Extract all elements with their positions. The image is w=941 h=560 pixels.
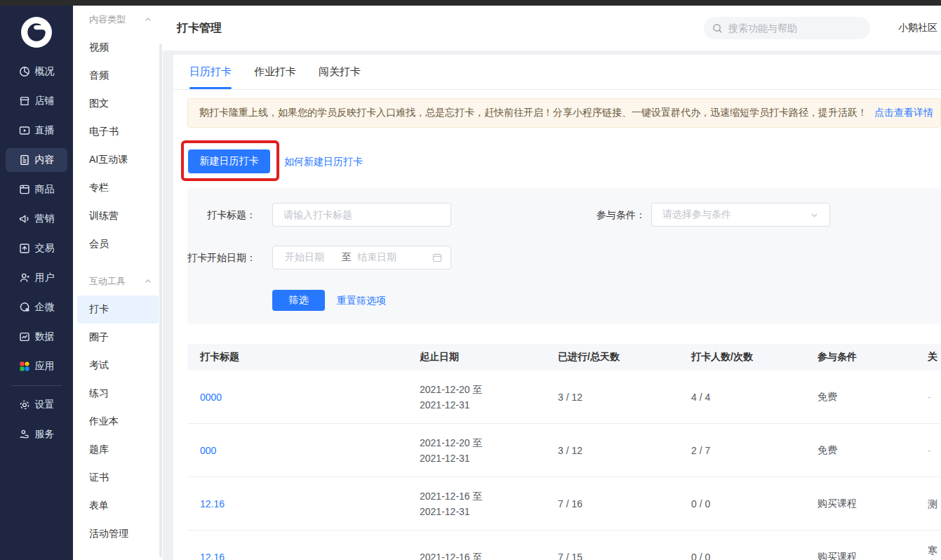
col-header-related: 关 [915,351,941,364]
banner-text: 鹅打卡隆重上线，如果您的学员反映打卡入口难找，总是忘打卡，赶快前往开启！分享小程… [199,107,867,119]
tab-homework-checkin[interactable]: 作业打卡 [254,55,296,89]
subsidebar-scrollbar[interactable] [159,44,162,557]
subsidebar-item-ebook[interactable]: 电子书 [73,118,163,146]
tab-level-checkin[interactable]: 闯关打卡 [319,55,361,89]
primary-sidebar: 概况 店铺 直播 内容 商品 营销 交易 用户 [0,6,73,560]
sidebar-item-service[interactable]: 服务 [6,422,67,446]
filter-reset-link[interactable]: 重置筛选项 [337,290,386,311]
row-title-link[interactable]: 12.16 [200,498,225,509]
new-calendar-checkin-button[interactable]: 新建日历打卡 [188,149,270,173]
subsidebar-item-video[interactable]: 视频 [73,34,163,62]
col-header-condition: 参与条件 [805,351,915,364]
xiaoe-goose-logo[interactable] [21,17,52,48]
sidebar-item-live[interactable]: 直播 [6,119,67,142]
subsidebar-item-certificate[interactable]: 证书 [73,464,163,492]
search-icon [712,23,723,34]
service-icon [19,429,30,440]
tab-bar: 日历打卡 作业打卡 闯关打卡 [173,55,941,90]
subsidebar-item-member[interactable]: 会员 [73,230,163,258]
table-row: 12.16 2021-12-16 至2021-12-31 7 / 16 0 / … [187,477,941,531]
sidebar-item-data[interactable]: 数据 [6,325,67,349]
trade-icon [19,243,30,254]
how-to-create-link[interactable]: 如何新建日历打卡 [284,149,363,173]
pie-chart-icon [19,66,30,77]
content-doc-icon [19,154,30,166]
subsidebar-item-article[interactable]: 图文 [73,90,163,118]
top-header: 打卡管理 小鹅社区 [163,6,941,51]
row-related: - [915,444,941,458]
subsidebar-item-ai-course[interactable]: AI互动课 [73,146,163,174]
community-link[interactable]: 小鹅社区 [898,6,937,51]
table-row: 000 2021-12-20 至2021-12-31 3 / 12 2 / 7 … [187,424,941,477]
search-input[interactable] [728,22,848,34]
table-header-row: 打卡标题 起止日期 已进行/总天数 打卡人数/次数 参与条件 关 [187,344,941,371]
start-date-label: 打卡开始日期： [187,246,256,269]
row-progress: 3 / 12 [545,445,679,456]
subsidebar-item-question-bank[interactable]: 题库 [73,436,163,464]
sidebar-item-marketing[interactable]: 营销 [6,207,67,231]
subsidebar-item-homework[interactable]: 作业本 [73,408,163,436]
row-dates: 2021-12-16 至2021-12-31 [407,488,545,519]
goose-logo-icon [22,18,51,46]
apps-grid-icon [19,361,30,372]
row-dates: 2021-12-16 至 [407,549,545,560]
sidebar-item-trade[interactable]: 交易 [6,236,67,260]
row-related: 寒寒 [915,543,941,560]
subsidebar-item-practice[interactable]: 练习 [73,380,163,408]
subsidebar-item-audio[interactable]: 音频 [73,62,163,90]
sidebar-item-goods[interactable]: 商品 [6,178,67,201]
sidebar-item-apps[interactable]: 应用 [6,354,67,378]
row-condition: 购买课程 [805,498,915,510]
tab-calendar-checkin[interactable]: 日历打卡 [189,55,232,89]
date-range-picker[interactable]: 开始日期 至 结束日期 [272,246,451,269]
row-people: 4 / 4 [679,392,805,403]
sidebar-item-content[interactable]: 内容 [6,148,67,172]
group-title-interactive-tools[interactable]: 互动工具 [73,267,163,295]
notice-banner: 鹅打卡隆重上线，如果您的学员反映打卡入口难找，总是忘打卡，赶快前往开启！分享小程… [187,98,941,128]
search-box[interactable] [704,17,870,39]
sidebar-item-users[interactable]: 用户 [6,266,67,290]
checkin-title-input[interactable] [272,203,451,227]
store-icon [19,95,30,107]
banner-detail-link[interactable]: 点击查看详情 [874,107,933,119]
row-related: - [915,390,941,404]
subsidebar-item-exam[interactable]: 考试 [73,352,163,380]
chevron-up-icon [144,277,152,286]
subsidebar-item-activity[interactable]: 活动管理 [73,520,163,548]
secondary-sidebar: 内容类型 视频 音频 图文 电子书 AI互动课 专栏 训练营 会员 互动工具 打… [73,6,163,560]
row-people: 0 / 0 [679,498,805,509]
row-progress: 7 / 16 [545,498,679,509]
main-area: 日历打卡 作业打卡 闯关打卡 鹅打卡隆重上线，如果您的学员反映打卡入口难找，总是… [163,51,941,560]
chevron-down-icon [810,211,819,220]
condition-select[interactable]: 请选择参与条件 [651,203,830,227]
subsidebar-item-circle[interactable]: 圈子 [73,324,163,352]
user-icon [19,272,30,284]
marketing-megaphone-icon [19,213,30,225]
filter-submit-button[interactable]: 筛选 [272,290,325,311]
row-progress: 7 / 15 [545,552,679,560]
group-title-content-types[interactable]: 内容类型 [73,6,163,34]
wecom-chat-icon [19,302,30,313]
sidebar-item-store[interactable]: 店铺 [6,89,67,113]
subsidebar-item-checkin[interactable]: 打卡 [77,295,159,324]
sidebar-item-settings[interactable]: 设置 [6,393,67,417]
sidebar-item-overview[interactable]: 概况 [6,60,67,84]
row-people: 0 / 0 [679,552,805,560]
subsidebar-item-form[interactable]: 表单 [73,492,163,520]
col-header-dates: 起止日期 [407,351,545,364]
live-video-icon [19,125,30,136]
row-condition: 免费 [805,444,915,457]
sidebar-item-wecom[interactable]: 企微 [6,295,67,319]
window-top-bar [0,0,941,6]
condition-label: 参与条件： [577,203,646,227]
row-title-link[interactable]: 12.16 [200,552,225,560]
row-title-link[interactable]: 000 [200,445,216,456]
goods-box-icon [19,184,30,195]
chevron-up-icon [144,15,152,24]
calendar-icon [432,253,442,262]
col-header-title: 打卡标题 [187,351,407,364]
row-title-link[interactable]: 0000 [200,392,222,403]
settings-gear-icon [19,399,30,411]
subsidebar-item-column[interactable]: 专栏 [73,174,163,202]
subsidebar-item-camp[interactable]: 训练营 [73,202,163,230]
